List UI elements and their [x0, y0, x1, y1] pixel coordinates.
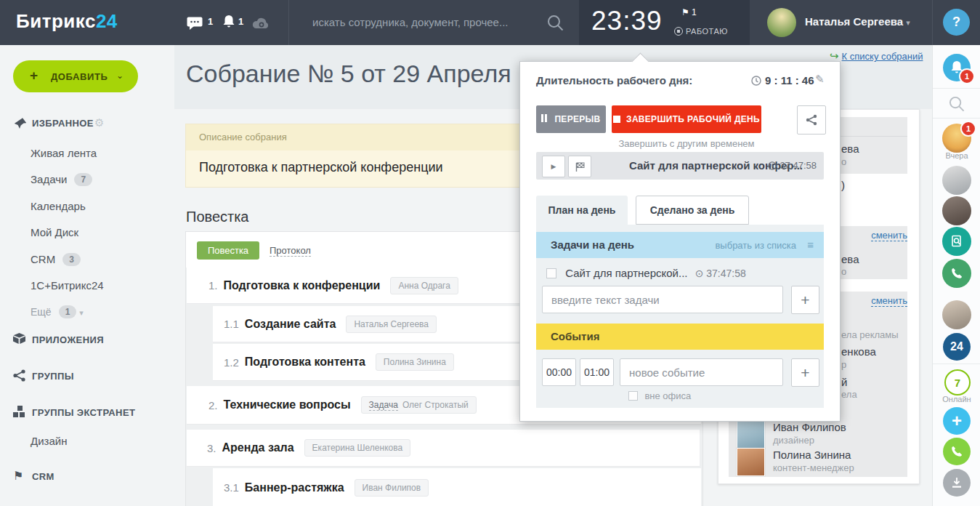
item-number: 2. — [208, 399, 218, 411]
sidebar-item-my-disk[interactable]: Мой Диск — [31, 226, 78, 238]
right-rail: 1 1 Вчера 24 7 Онлайн + — [932, 45, 980, 506]
hamburger-icon[interactable]: ≡ — [807, 238, 814, 251]
chat-count-badge: 1 — [208, 16, 213, 27]
document-search-icon — [950, 235, 963, 248]
text-fragment: ) — [841, 179, 845, 191]
add-button[interactable]: + ДОБАВИТЬ ⌄ — [13, 60, 138, 92]
new-chat-button[interactable]: + — [943, 407, 971, 435]
call-chat-button[interactable] — [942, 259, 971, 288]
agenda-item-3[interactable]: 3. Аренда зала Екатерина Шеленкова — [187, 430, 700, 467]
recent-chat-avatar[interactable] — [942, 196, 971, 225]
help-button[interactable]: ? — [943, 9, 970, 36]
finish-other-time-link[interactable]: Завершить с другим временем — [612, 138, 761, 149]
top-bar: Битрикс24 1 1 искать сотрудника, докумен… — [0, 0, 980, 45]
extranet-groups-icon — [13, 406, 25, 418]
gear-icon[interactable]: ⚙ — [94, 116, 104, 129]
tab-protocol[interactable]: Протокол — [270, 245, 311, 257]
task-link[interactable]: Задача — [369, 400, 398, 411]
avatar[interactable] — [737, 448, 765, 476]
recent-chat-avatar[interactable] — [942, 300, 971, 329]
participant-role: контент-менеджер — [773, 462, 854, 473]
sidebar-item-live-feed[interactable]: Живая лента — [31, 147, 97, 159]
play-button[interactable]: ▶ — [542, 156, 565, 177]
sidebar-section-favorites[interactable]: ИЗБРАННОЕ — [32, 118, 94, 129]
sidebar-item-crm[interactable]: CRM3 — [31, 253, 81, 266]
install-app-button[interactable] — [943, 469, 971, 497]
call-button[interactable] — [943, 438, 971, 465]
tab-plan-for-day[interactable]: План на день — [536, 196, 628, 225]
search-icon[interactable] — [547, 15, 564, 31]
sidebar-item-calendar[interactable]: Календарь — [31, 200, 86, 212]
search-chat-button[interactable] — [942, 227, 971, 256]
finish-task-flag-button[interactable] — [568, 156, 591, 177]
app-logo[interactable]: Битрикс24 — [16, 10, 118, 33]
stop-icon — [613, 116, 620, 123]
yesterday-label: Вчера — [933, 151, 980, 160]
name-fragment: ева — [841, 142, 859, 155]
avatar[interactable] — [737, 421, 765, 449]
sidebar-section-apps[interactable]: ПРИЛОЖЕНИЯ — [32, 334, 104, 345]
pause-icon — [541, 114, 548, 124]
new-event-input[interactable] — [620, 358, 783, 386]
global-search-input[interactable]: искать сотрудника, документ, прочее... — [312, 16, 508, 28]
duration-label: Длительность рабочего дня: — [536, 74, 692, 87]
tab-done-for-day[interactable]: Сделано за день — [636, 196, 749, 225]
person-badge[interactable]: Екатерина Шеленкова — [304, 439, 411, 457]
event-time-from-input[interactable] — [542, 358, 576, 386]
share-button[interactable] — [797, 105, 826, 134]
chat-icon[interactable] — [187, 17, 203, 30]
user-menu[interactable]: Наталья Сергеева ▾ — [805, 15, 910, 28]
person-badge[interactable]: Полина Зинина — [376, 353, 454, 371]
item-title: Подготовка к конференции — [224, 279, 381, 292]
person-badge[interactable]: Иван Филипов — [355, 479, 429, 497]
sidebar-section-extranet[interactable]: ГРУППЫ ЭКСТРАНЕТ — [32, 407, 135, 418]
role-fragment: р — [841, 359, 846, 370]
notification-count-badge: 1 — [238, 16, 243, 27]
user-avatar[interactable] — [767, 8, 796, 37]
tasks-header-bar: Задачи на день выбрать из списка ≡ — [536, 232, 824, 258]
participant-name[interactable]: Иван Филипов — [773, 421, 846, 433]
add-event-button[interactable]: + — [791, 358, 819, 387]
checkered-flag-icon — [575, 162, 585, 172]
change-link[interactable]: сменить — [871, 230, 907, 241]
choose-from-list-link[interactable]: выбрать из списка — [715, 240, 796, 251]
name-fragment: й — [841, 376, 847, 388]
events-header-bar: События — [536, 324, 824, 350]
bell-icon[interactable] — [222, 15, 235, 29]
logo-text: Битрикс — [16, 10, 96, 32]
out-of-office-checkbox[interactable] — [628, 391, 638, 401]
search-icon[interactable] — [949, 96, 965, 112]
change-link[interactable]: сменить — [871, 295, 907, 307]
break-button[interactable]: ПЕРЕРЫВ — [536, 105, 606, 133]
crm-flag-icon: ⚑ — [13, 469, 23, 483]
finish-workday-button[interactable]: ЗАВЕРШИТЬ РАБОЧИЙ ДЕНЬ — [612, 105, 761, 133]
cloud-disk-icon[interactable] — [252, 17, 270, 29]
sidebar-item-tasks[interactable]: Задачи7 — [31, 173, 92, 186]
task-checkbox[interactable] — [546, 268, 556, 278]
item-title: Технические вопросы — [224, 398, 351, 411]
edit-pencil-icon[interactable]: ✎ — [815, 73, 825, 86]
sidebar-item-design[interactable]: Дизайн — [31, 435, 67, 447]
worktime-clock-button[interactable]: 23:39 ⚑ 1 РАБОТАЮ — [579, 0, 750, 45]
sidebar-section-crm[interactable]: CRM — [32, 471, 54, 482]
tab-agenda[interactable]: Повестка — [197, 241, 259, 260]
sidebar-section-groups[interactable]: ГРУППЫ — [32, 371, 74, 382]
chevron-down-icon: ▾ — [906, 18, 910, 27]
person-badge[interactable]: ЗадачаОлег Строкатый — [361, 396, 477, 414]
new-task-input[interactable] — [542, 286, 783, 313]
agenda-item-3-1[interactable]: 3.1 Баннер-растяжка Иван Филипов — [213, 468, 701, 506]
person-badge[interactable]: Анна Одрага — [390, 277, 458, 294]
share-icon — [806, 114, 817, 126]
item-title: Баннер-растяжка — [245, 481, 344, 494]
event-time-to-input[interactable] — [580, 358, 614, 386]
add-task-button[interactable]: + — [791, 286, 819, 314]
online-users-button[interactable]: 7 — [944, 369, 971, 395]
person-badge[interactable]: Наталья Сергеева — [346, 316, 437, 333]
sidebar-item-more[interactable]: Ещё1 ▾ — [31, 305, 84, 318]
task-item-timer: ⊙ 37:47:58 — [695, 268, 746, 279]
bitrix24-network-button[interactable]: 24 — [943, 333, 971, 361]
sidebar-item-1c-bitrix24[interactable]: 1С+Битрикс24 — [31, 279, 104, 292]
participant-name[interactable]: Полина Зинина — [773, 449, 851, 461]
recent-chat-avatar[interactable] — [942, 166, 971, 195]
back-to-meetings-link[interactable]: ↪К списку собраний — [830, 49, 923, 63]
